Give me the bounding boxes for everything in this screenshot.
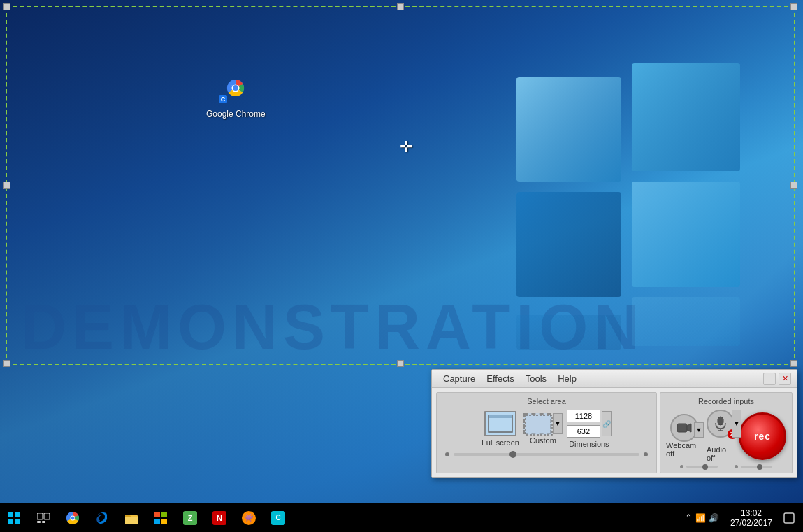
clock[interactable]: 13:02 27/02/2017 (725, 503, 778, 532)
full-screen-icon (484, 411, 516, 436)
slider-thumb[interactable] (509, 451, 516, 458)
taskbar-app-orange[interactable]: 👾 (235, 503, 263, 532)
svg-rect-27 (37, 521, 41, 523)
taskbar-explorer[interactable] (117, 503, 145, 532)
tray-chevron[interactable]: ⌃ (685, 512, 693, 523)
close-button[interactable]: ✕ (779, 373, 791, 385)
titlebar-controls: – ✕ (763, 373, 791, 385)
svg-rect-26 (44, 513, 50, 519)
custom-icon (523, 413, 551, 434)
clock-time: 13:02 (741, 508, 762, 518)
windows-logo (509, 56, 747, 357)
webcam-icon-wrap: ▼ (670, 414, 698, 439)
toolbar-body: Select area Full screen (432, 388, 797, 477)
menu-capture[interactable]: Capture (437, 371, 481, 387)
full-screen-button[interactable]: Full screen (482, 411, 519, 447)
svg-rect-39 (784, 513, 794, 523)
slider-min-dot (445, 452, 449, 456)
recorded-sliders (666, 465, 786, 468)
svg-rect-14 (489, 415, 512, 418)
taskbar-app-nero[interactable]: N (205, 503, 233, 532)
mic-icon-wrap: ✕ ▼ (707, 410, 735, 438)
svg-rect-28 (42, 521, 45, 523)
menu-effects[interactable]: Effects (481, 371, 520, 387)
webcam-slider-dot (680, 465, 683, 468)
tray-wifi-icon[interactable]: 📶 (695, 513, 706, 523)
move-cursor: ✛ (400, 138, 412, 156)
audio-slider-thumb[interactable] (757, 464, 762, 470)
svg-rect-37 (154, 519, 160, 524)
lock-aspect-button[interactable]: 🔗 (602, 411, 612, 436)
recorded-inputs-section: Recorded inputs ▼ Webcam off (660, 392, 793, 473)
webcam-slider-thumb[interactable] (702, 464, 708, 470)
svg-rect-16 (677, 424, 687, 432)
custom-label: Custom (530, 436, 556, 445)
svg-rect-21 (8, 512, 13, 517)
menu-help[interactable]: Help (552, 371, 582, 387)
height-input[interactable] (567, 425, 600, 438)
google-chrome-icon[interactable]: C Google Chrome (206, 70, 266, 119)
system-tray: ⌃ 📶 🔊 13:02 27/02/2017 (679, 503, 803, 532)
tray-icons: ⌃ 📶 🔊 (679, 512, 725, 523)
audio-label: Audio off (707, 445, 735, 462)
clock-date: 27/02/2017 (730, 518, 772, 528)
recording-toolbar: Capture Effects Tools Help – ✕ Select ar… (431, 369, 797, 478)
rec-text: rec (754, 431, 771, 442)
taskbar-store[interactable] (147, 503, 175, 532)
svg-rect-38 (161, 519, 167, 524)
area-slider (442, 452, 651, 456)
webcam-slider-track[interactable] (686, 466, 718, 468)
recorded-inputs-title: Recorded inputs (666, 397, 786, 405)
taskbar-app-camtasia[interactable]: C (264, 503, 292, 532)
svg-rect-1 (632, 63, 740, 171)
minimize-button[interactable]: – (763, 373, 776, 385)
svg-marker-17 (687, 424, 691, 432)
notification-button[interactable] (778, 503, 800, 532)
custom-dropdown[interactable]: ▼ (553, 413, 563, 434)
record-button[interactable]: rec (739, 412, 786, 460)
toolbar-menu: Capture Effects Tools Help (437, 371, 582, 387)
recorded-inputs-content: ▼ Webcam off (666, 410, 786, 462)
svg-rect-15 (526, 415, 552, 435)
task-view-button[interactable] (29, 503, 57, 532)
width-input[interactable] (567, 410, 600, 422)
toolbar-titlebar: Capture Effects Tools Help – ✕ (432, 370, 797, 388)
svg-rect-23 (8, 519, 13, 524)
select-area-content: Full screen ▼ Custom (442, 410, 651, 448)
custom-button[interactable]: ▼ Custom (523, 413, 563, 445)
dimensions-inputs (567, 410, 600, 438)
taskbar-chrome[interactable] (59, 503, 87, 532)
full-screen-label: Full screen (482, 438, 519, 447)
svg-point-33 (71, 516, 75, 519)
webcam-slider (680, 465, 718, 468)
svg-rect-3 (632, 182, 740, 287)
audio-button[interactable]: ✕ ▼ Audio off (707, 410, 735, 462)
svg-rect-0 (516, 77, 621, 182)
slider-max-dot (644, 452, 648, 456)
menu-tools[interactable]: Tools (520, 371, 552, 387)
webcam-dropdown[interactable]: ▼ (694, 422, 704, 438)
webcam-label: Webcam off (666, 441, 702, 458)
taskbar-app-green[interactable]: Z (176, 503, 204, 532)
svg-point-10 (233, 85, 238, 91)
svg-rect-4 (516, 315, 621, 350)
chrome-label: Google Chrome (206, 109, 266, 119)
select-area-section: Select area Full screen (436, 392, 657, 473)
taskbar-edge[interactable] (88, 503, 116, 532)
svg-rect-5 (632, 297, 740, 346)
tray-volume-icon[interactable]: 🔊 (709, 513, 719, 523)
svg-text:C: C (221, 96, 226, 103)
select-area-title: Select area (442, 397, 651, 405)
svg-rect-25 (37, 513, 43, 519)
taskbar: Z N 👾 C ⌃ 📶 🔊 13:02 27/02/2017 (0, 503, 803, 532)
svg-rect-18 (718, 417, 723, 425)
audio-slider-dot (735, 465, 738, 468)
audio-slider-track[interactable] (741, 466, 772, 468)
dimensions-label: Dimensions (569, 440, 609, 448)
start-button[interactable] (0, 503, 28, 532)
audio-slider (735, 465, 772, 468)
audio-dropdown[interactable]: ▼ (732, 410, 741, 438)
svg-rect-2 (516, 192, 621, 297)
slider-track[interactable] (454, 453, 639, 456)
webcam-button[interactable]: ▼ Webcam off (666, 414, 702, 458)
